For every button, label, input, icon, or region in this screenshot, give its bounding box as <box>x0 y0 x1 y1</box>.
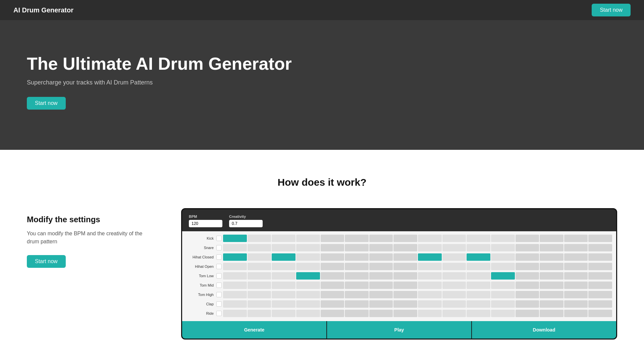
how-section: How does it work? Modify the settings Yo… <box>0 150 644 362</box>
hero-subtitle: Supercharge your tracks with AI Drum Pat… <box>27 79 617 86</box>
tom-high-cells <box>223 291 612 298</box>
drum-row-ride: Ride <box>186 309 612 318</box>
tom-low-checkbox[interactable] <box>216 273 222 279</box>
tom-mid-label: Tom Mid <box>186 283 216 287</box>
hihat-closed-checkbox[interactable] <box>216 254 222 260</box>
ride-checkbox[interactable] <box>216 311 222 316</box>
download-button[interactable]: Download <box>471 321 616 339</box>
drum-machine-mockup: BPM Creativity Kick <box>181 208 617 340</box>
section-title: How does it work? <box>27 177 617 188</box>
drum-row-tom-high: Tom High <box>186 290 612 299</box>
step1-start-now-button[interactable]: Start now <box>27 255 66 268</box>
snare-cells <box>223 244 612 251</box>
nav-start-now-button[interactable]: Start now <box>592 4 631 16</box>
nav-logo: AI Drum Generator <box>13 6 73 14</box>
drum-footer: Generate Play Download <box>182 321 616 339</box>
creativity-label: Creativity <box>229 215 263 219</box>
bpm-group: BPM <box>189 215 222 227</box>
drum-row-clap: Clap <box>186 300 612 308</box>
drum-grid: Kick <box>182 231 616 321</box>
tom-mid-cells <box>223 282 612 289</box>
tom-low-cells <box>223 272 612 280</box>
creativity-input[interactable] <box>229 220 263 227</box>
play-button[interactable]: Play <box>326 321 471 339</box>
generate-button[interactable]: Generate <box>182 321 326 339</box>
ride-cells <box>223 310 612 317</box>
how-text-block: Modify the settings You can modify the B… <box>27 208 154 268</box>
step1-description: You can modify the BPM and the creativit… <box>27 230 154 246</box>
drum-row-snare: Snare <box>186 243 612 252</box>
hero-title: The Ultimate AI Drum Generator <box>27 54 617 74</box>
clap-cells <box>223 300 612 308</box>
kick-cells <box>223 235 612 242</box>
hihat-open-cells <box>223 263 612 270</box>
bpm-label: BPM <box>189 215 222 219</box>
snare-checkbox[interactable] <box>216 245 222 250</box>
hero-start-now-button[interactable]: Start now <box>27 97 66 110</box>
hero-section: The Ultimate AI Drum Generator Superchar… <box>0 20 644 150</box>
tom-high-label: Tom High <box>186 293 216 297</box>
clap-checkbox[interactable] <box>216 301 222 307</box>
drum-row-hihat-open: Hihat Open <box>186 262 612 271</box>
drum-header: BPM Creativity <box>182 209 616 231</box>
hihat-open-checkbox[interactable] <box>216 264 222 269</box>
drum-row-hihat-closed: Hihat Closed <box>186 253 612 261</box>
creativity-group: Creativity <box>229 215 263 227</box>
drum-row-tom-low: Tom Low <box>186 272 612 280</box>
tom-high-checkbox[interactable] <box>216 292 222 297</box>
step1-title: Modify the settings <box>27 215 154 224</box>
navbar: AI Drum Generator Start now <box>0 0 644 20</box>
tom-low-label: Tom Low <box>186 274 216 278</box>
snare-label: Snare <box>186 246 216 250</box>
clap-label: Clap <box>186 302 216 306</box>
drum-row-kick: Kick <box>186 234 612 243</box>
ride-label: Ride <box>186 311 216 315</box>
hihat-open-label: Hihat Open <box>186 264 216 268</box>
kick-label: Kick <box>186 236 216 240</box>
tom-mid-checkbox[interactable] <box>216 283 222 288</box>
kick-checkbox[interactable] <box>216 236 222 241</box>
drum-row-tom-mid: Tom Mid <box>186 281 612 290</box>
how-content: Modify the settings You can modify the B… <box>27 208 617 340</box>
hihat-closed-cells <box>223 253 612 261</box>
hihat-closed-label: Hihat Closed <box>186 255 216 259</box>
bpm-input[interactable] <box>189 220 222 227</box>
